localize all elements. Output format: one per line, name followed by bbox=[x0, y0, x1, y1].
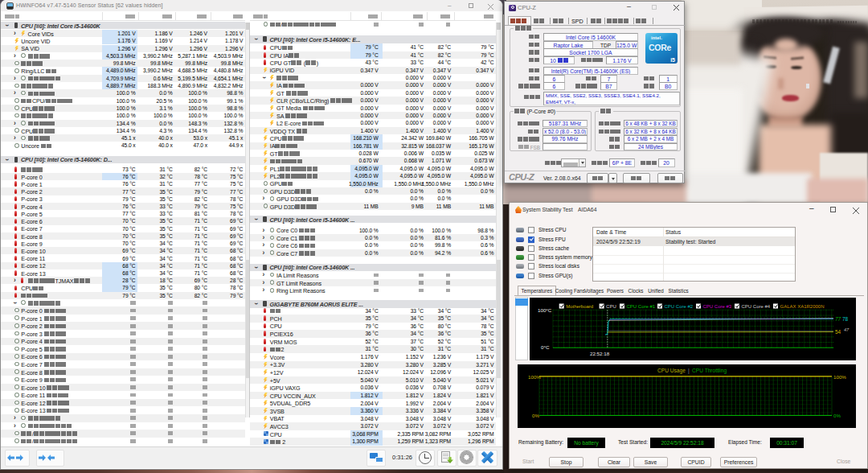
svg-text:100%: 100% bbox=[833, 374, 846, 380]
svg-text:CPU Core #4: CPU Core #4 bbox=[742, 304, 771, 309]
svg-text:47: 47 bbox=[844, 327, 850, 332]
svg-text:|: | bbox=[688, 368, 690, 374]
svg-text:CPU Core #1: CPU Core #1 bbox=[627, 304, 656, 309]
svg-text:Motherboard: Motherboard bbox=[566, 304, 593, 309]
svg-text:0%: 0% bbox=[532, 413, 539, 418]
svg-text:CPU Throttling: CPU Throttling bbox=[692, 368, 727, 374]
svg-text:77: 77 bbox=[835, 316, 841, 322]
svg-text:GALAX XA1R2000N: GALAX XA1R2000N bbox=[780, 304, 825, 309]
svg-text:CPU Core #3: CPU Core #3 bbox=[703, 304, 732, 309]
svg-text:100%: 100% bbox=[528, 374, 541, 380]
svg-text:CPU Core #2: CPU Core #2 bbox=[665, 304, 694, 309]
svg-text:CPU Usage: CPU Usage bbox=[657, 368, 686, 374]
svg-text:22:52:18: 22:52:18 bbox=[590, 351, 610, 356]
svg-text:0%: 0% bbox=[833, 413, 841, 418]
svg-text:CPU: CPU bbox=[606, 304, 616, 309]
svg-text:100°C: 100°C bbox=[538, 307, 552, 313]
svg-text:78: 78 bbox=[842, 316, 849, 322]
svg-text:54: 54 bbox=[835, 329, 841, 335]
svg-text:0°C: 0°C bbox=[541, 344, 550, 350]
